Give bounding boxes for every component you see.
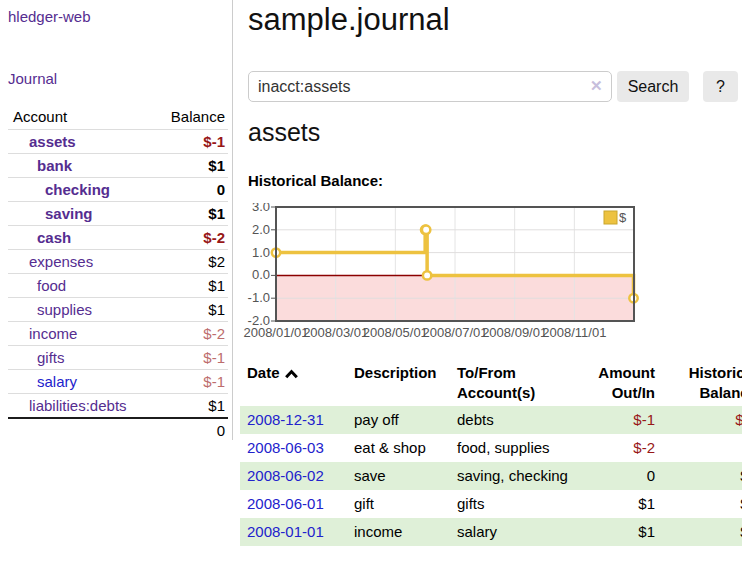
x-tick-label: 2008/05/01	[363, 325, 428, 340]
hledger-web-page: hledger-web Journal Account Balance asse…	[0, 0, 742, 582]
x-tick-label: 2008/09/01	[482, 325, 547, 340]
transaction-description: pay off	[354, 406, 457, 434]
data-point-marker	[423, 271, 431, 279]
transaction-accounts: food, supplies	[457, 434, 579, 462]
clear-search-icon[interactable]: ✕	[590, 78, 603, 93]
register-row: 2008-01-01incomesalary$1$1	[240, 518, 742, 546]
transaction-balance: $2	[655, 462, 742, 490]
transaction-date-link[interactable]: 2008-12-31	[247, 411, 324, 428]
account-balance: 0	[152, 178, 228, 202]
account-row: saving$1	[8, 202, 228, 226]
transaction-amount: $1	[579, 518, 655, 546]
page-title: sample.journal	[248, 2, 450, 38]
account-link[interactable]: bank	[37, 157, 72, 174]
account-balance: $1	[152, 274, 228, 298]
account-link[interactable]: income	[29, 325, 77, 342]
search-button[interactable]: Search	[617, 71, 689, 102]
account-column-header: Account	[8, 106, 152, 130]
sidebar: hledger-web Journal Account Balance asse…	[0, 0, 232, 582]
account-balance: $2	[152, 250, 228, 274]
description-column-header: Description	[354, 360, 457, 406]
account-row: bank$1	[8, 154, 228, 178]
register-row: 2008-06-03eat & shopfood, supplies$-20	[240, 434, 742, 462]
transaction-amount: $1	[579, 490, 655, 518]
transaction-accounts: salary	[457, 518, 579, 546]
y-tick-label: -1.0	[248, 290, 270, 305]
account-balance: $-1	[152, 130, 228, 154]
account-row: cash$-2	[8, 226, 228, 250]
app-title-link[interactable]: hledger-web	[8, 8, 91, 25]
register-rows: 2008-12-31pay offdebts$-1$-12008-06-03ea…	[240, 406, 742, 546]
accounts-column-header: To/From Account(s)	[457, 360, 579, 406]
help-button[interactable]: ?	[703, 71, 738, 102]
x-tick-label: 2008/03/01	[303, 325, 368, 340]
register-row: 2008-06-02savesaving, checking0$2	[240, 462, 742, 490]
account-row: income$-2	[8, 322, 228, 346]
account-row: supplies$1	[8, 298, 228, 322]
account-balance: $-2	[152, 226, 228, 250]
sidebar-item-journal[interactable]: Journal	[8, 70, 57, 87]
account-balance: $1	[152, 154, 228, 178]
transaction-date-link[interactable]: 2008-01-01	[247, 523, 324, 540]
amount-column-header: Amount Out/In	[579, 360, 655, 406]
sort-ascending-icon	[285, 364, 298, 384]
search-input[interactable]	[248, 71, 612, 102]
data-point-marker	[422, 226, 430, 234]
transaction-description: gift	[354, 490, 457, 518]
account-tree-table: Account Balance assets$-1bank$1checking0…	[8, 106, 228, 442]
transaction-date-link[interactable]: 2008-06-01	[247, 495, 324, 512]
account-balance: $-2	[152, 322, 228, 346]
total-row: 0	[8, 418, 228, 442]
account-heading: assets	[248, 118, 320, 147]
balance-column-header: Balance	[152, 106, 228, 130]
transaction-balance: $1	[655, 518, 742, 546]
transaction-amount: 0	[579, 462, 655, 490]
account-balance: $1	[152, 202, 228, 226]
account-link[interactable]: assets	[29, 133, 76, 150]
historical-balance-chart: 3.02.01.00.0-1.0-2.0$2008/01/012008/03/0…	[240, 203, 742, 353]
transaction-amount: $-2	[579, 434, 655, 462]
y-tick-label: 0.0	[252, 267, 270, 282]
balance-column-header-register: Historical Balance	[655, 360, 742, 406]
account-tree-header: Account Balance	[8, 106, 228, 130]
account-link[interactable]: liabilities:debts	[29, 397, 127, 414]
transaction-accounts: saving, checking	[457, 462, 579, 490]
account-link[interactable]: saving	[45, 205, 93, 222]
transaction-date-link[interactable]: 2008-06-03	[247, 439, 324, 456]
legend-swatch	[604, 211, 617, 224]
account-balance: $1	[152, 394, 228, 419]
account-link[interactable]: salary	[37, 373, 77, 390]
transaction-balance: $2	[655, 490, 742, 518]
main-content: sample.journal ✕ Search ? assets Histori…	[240, 0, 742, 582]
sidebar-divider	[232, 0, 233, 440]
account-link[interactable]: cash	[37, 229, 71, 246]
register-row: 2008-12-31pay offdebts$-1$-1	[240, 406, 742, 434]
register-row: 2008-06-01giftgifts$1$2	[240, 490, 742, 518]
account-row: food$1	[8, 274, 228, 298]
account-balance: $-1	[152, 346, 228, 370]
chart-title: Historical Balance:	[248, 172, 383, 189]
total-balance: 0	[152, 418, 228, 442]
transaction-description: income	[354, 518, 457, 546]
legend-label: $	[619, 210, 627, 225]
account-link[interactable]: expenses	[29, 253, 93, 270]
date-column-header[interactable]: Date	[240, 360, 354, 406]
account-balance: $-1	[152, 370, 228, 394]
account-link[interactable]: gifts	[37, 349, 65, 366]
account-link[interactable]: supplies	[37, 301, 92, 318]
x-tick-label: 2008/01/01	[243, 325, 308, 340]
register-header-row: Date Description To/From Account(s) Amou…	[240, 360, 742, 406]
account-row: checking0	[8, 178, 228, 202]
transaction-date-link[interactable]: 2008-06-02	[247, 467, 324, 484]
transaction-accounts: gifts	[457, 490, 579, 518]
account-link[interactable]: food	[37, 277, 66, 294]
x-tick-label: 2008/11/01	[542, 325, 606, 340]
transaction-accounts: debts	[457, 406, 579, 434]
y-tick-label: 2.0	[252, 222, 270, 237]
account-balance: $1	[152, 298, 228, 322]
transaction-description: eat & shop	[354, 434, 457, 462]
account-row: salary$-1	[8, 370, 228, 394]
x-tick-label: 2008/07/01	[422, 325, 487, 340]
account-link[interactable]: checking	[45, 181, 110, 198]
account-row: liabilities:debts$1	[8, 394, 228, 419]
